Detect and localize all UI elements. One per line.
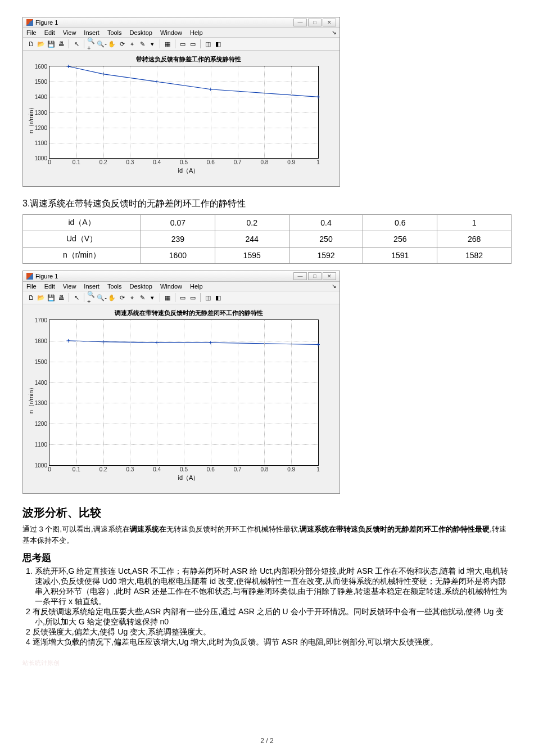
save-icon[interactable]: 💾 [47,39,56,48]
x-tick: 0.5 [180,158,188,165]
y-axis-label: n（r/min） [27,104,35,133]
row-label: n（r/min） [23,248,141,264]
close-icon[interactable]: ✕ [323,19,336,26]
titlebar[interactable]: Figure 1 — □ ✕ [23,17,340,28]
menu-view[interactable]: View [63,29,76,36]
row-label: Ud（V） [23,231,141,248]
zoom-out-icon[interactable]: 🔍- [97,293,106,302]
rotate-icon[interactable]: ⟳ [117,293,126,302]
y-tick: 1300 [35,400,49,406]
data-table: id（A）0.070.20.40.61Ud（V）239244250256268n… [22,214,512,264]
maximize-icon[interactable]: □ [308,19,322,26]
matlab-figure-2: Figure 1 — □ ✕ FileEditViewInsertToolsDe… [22,271,340,494]
minimize-icon[interactable]: — [293,272,307,280]
menu-window[interactable]: Window [160,29,182,36]
close-icon[interactable]: ✕ [323,272,336,280]
link-icon[interactable]: ▾ [148,293,157,302]
colorbar-icon[interactable]: ▦ [163,293,172,302]
maximize-icon[interactable]: □ [308,272,322,280]
undock-icon[interactable]: ◧ [214,39,223,48]
x-tick: 1 [316,465,320,472]
menu-file[interactable]: File [26,29,37,36]
x-tick: 0.4 [153,158,161,165]
cell: 0.2 [215,215,289,231]
toolbar: 🗋 📂 💾 🖶 ↖ 🔍+ 🔍- ✋ ⟳ ⌖ ✎ ▾ ▦ ▭ ▭ ◫ ◧ [23,38,340,51]
new-icon[interactable]: 🗋 [26,293,35,302]
colorbar-icon[interactable]: ▦ [163,39,172,48]
legend-icon[interactable]: ▭ [178,293,187,302]
menu-help[interactable]: Help [190,283,203,290]
y-tick: 1400 [35,94,49,100]
x-tick: 0.6 [207,465,215,472]
brush-icon[interactable]: ✎ [138,39,147,48]
toolbar: 🗋 📂 💾 🖶 ↖ 🔍+ 🔍- ✋ ⟳ ⌖ ✎ ▾ ▦ ▭ ▭ ◫ ◧ [23,291,340,304]
table-row: n（r/min）16001595159215911582 [23,248,512,264]
brush-icon[interactable]: ✎ [138,293,147,302]
question-item: 2 有反馈调速系统给定电压要大些,ASR 内部有一些分压,通过 ASR 之后的 … [22,607,512,627]
rotate-icon[interactable]: ⟳ [117,39,126,48]
print-icon[interactable]: 🖶 [57,293,66,302]
x-tick: 0.7 [234,465,242,472]
matlab-figure-1: Figure 1 — □ ✕ FileEditViewInsertToolsDe… [22,17,340,187]
undock-icon[interactable]: ◧ [214,293,223,302]
y-tick: 1100 [35,140,49,146]
cell: 0.07 [141,215,215,231]
axes-icon[interactable]: ▭ [188,293,197,302]
menu-tools[interactable]: Tools [107,29,122,36]
x-tick: 0 [48,465,51,472]
chart-title: 调速系统在带转速负反馈时的无静差闭环工作的静特性 [49,309,328,317]
menu-window[interactable]: Window [160,283,182,290]
link-icon[interactable]: ▾ [148,39,157,48]
open-icon[interactable]: 📂 [37,293,46,302]
data-cursor-icon[interactable]: ⌖ [128,293,137,302]
menu-overflow-icon[interactable]: ↘ [332,29,336,36]
cell: 1600 [141,248,215,264]
pan-icon[interactable]: ✋ [107,293,116,302]
cell: 1 [437,215,512,231]
zoom-in-icon[interactable]: 🔍+ [87,293,96,302]
print-icon[interactable]: 🖶 [57,39,66,48]
dock-icon[interactable]: ◫ [203,293,212,302]
save-icon[interactable]: 💾 [47,293,56,302]
menu-desktop[interactable]: Desktop [130,29,152,36]
menu-view[interactable]: View [63,283,76,290]
chart-title: 带转速负反馈有静差工作的系统静特性 [49,55,328,64]
x-tick: 0.8 [260,465,268,472]
legend-icon[interactable]: ▭ [178,39,187,48]
row-label: id（A） [23,215,141,231]
pointer-icon[interactable]: ↖ [72,293,81,302]
menu-desktop[interactable]: Desktop [130,283,152,290]
menu-file[interactable]: File [26,283,37,290]
axes: 100011001200130014001500160000.10.20.30.… [49,66,319,159]
cell: 268 [437,231,512,248]
zoom-out-icon[interactable]: 🔍- [97,39,106,48]
menu-overflow-icon[interactable]: ↘ [332,283,336,290]
menu-insert[interactable]: Insert [84,283,99,290]
menu-insert[interactable]: Insert [84,29,99,36]
minimize-icon[interactable]: — [293,19,307,26]
x-axis-label: id（A） [49,166,328,175]
cell: 1591 [363,248,437,264]
menu-edit[interactable]: Edit [44,29,55,36]
new-icon[interactable]: 🗋 [26,39,35,48]
y-tick: 1400 [35,379,49,385]
data-cursor-icon[interactable]: ⌖ [128,39,137,48]
cell: 1592 [289,248,363,264]
x-tick: 0.3 [126,158,134,165]
cell: 0.6 [363,215,437,231]
pointer-icon[interactable]: ↖ [72,39,81,48]
open-icon[interactable]: 📂 [37,39,46,48]
zoom-in-icon[interactable]: 🔍+ [87,39,96,48]
menu-help[interactable]: Help [190,29,203,36]
dock-icon[interactable]: ◫ [203,39,212,48]
x-tick: 0.9 [287,158,295,165]
pan-icon[interactable]: ✋ [107,39,116,48]
menu-tools[interactable]: Tools [107,283,122,290]
menu-edit[interactable]: Edit [44,283,55,290]
question-item: 1. 系统开环,G 给定直接连 Uct,ASR 不工作；有静差闭环时,ASR 给… [22,566,512,607]
axes-icon[interactable]: ▭ [188,39,197,48]
x-tick: 0.4 [153,465,161,472]
x-tick: 0.3 [126,465,134,472]
table-row: id（A）0.070.20.40.61 [23,215,512,231]
titlebar[interactable]: Figure 1 — □ ✕ [23,271,340,282]
